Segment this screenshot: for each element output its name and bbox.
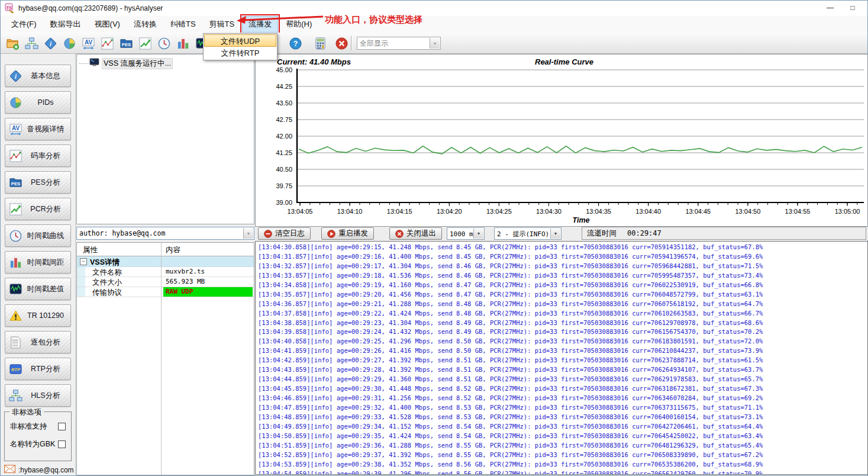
chevron-down-icon[interactable]: ▼ <box>473 229 483 239</box>
sidebar-item-7[interactable]: 时间戳曲线 <box>5 224 71 247</box>
svg-text:13:04:45: 13:04:45 <box>685 208 711 215</box>
network-button[interactable] <box>23 36 40 52</box>
controls-row: 清空日志重启播发关闭退出 1000 ms ▼ 2 - 提示(INFO) ▼ 流逝… <box>255 227 868 240</box>
sidebar-item-12[interactable]: RTPRTP分析 <box>5 358 71 380</box>
sidebar-item-8[interactable]: 时间戳间距 <box>5 251 71 274</box>
svg-text:45.00: 45.00 <box>276 66 292 73</box>
checkbox[interactable] <box>58 423 66 430</box>
sidebar-item-3[interactable]: AV音视频详情 <box>5 118 71 140</box>
control-button-2[interactable]: 重启播发 <box>321 227 374 240</box>
oscilloscope-icon <box>8 282 23 296</box>
exit-button[interactable] <box>333 36 350 52</box>
log-lines: [13:04:30.858][info] age=00:29:15, 41.24… <box>256 242 867 475</box>
chevron-down-icon[interactable]: ▼ <box>243 228 253 239</box>
log-level-combo[interactable]: 2 - 提示(INFO) ▼ <box>494 227 562 240</box>
line-chart-button[interactable] <box>137 36 153 52</box>
sidebar-item-10[interactable]: TR 101290 <box>5 304 71 327</box>
pie-chart-button[interactable] <box>61 36 78 52</box>
log-line: [13:04:45.859][info] age=00:29:30, 41.44… <box>258 385 867 394</box>
sidebar-item-5[interactable]: PESPES分析 <box>5 171 71 194</box>
filter-combo[interactable]: 全部显示 ▼ <box>357 37 441 50</box>
checkbox[interactable] <box>58 440 66 448</box>
stream-menu-item-1[interactable]: 文件转UDP <box>204 34 276 47</box>
email-row: :hybase@qq.com <box>4 465 74 475</box>
help-button[interactable]: ? <box>287 36 304 52</box>
scatter-chart-button[interactable] <box>99 36 115 52</box>
chevron-down-icon[interactable]: ▼ <box>430 38 440 49</box>
interval-combo[interactable]: 1000 ms ▼ <box>447 227 485 240</box>
log-line: [13:04:36.857][info] age=00:29:21, 41.28… <box>258 300 867 310</box>
sidebar-item-6[interactable]: PCR分析 <box>5 198 71 220</box>
tree-item-vss[interactable]: VSS 流服务运行中... <box>79 58 173 69</box>
sidebar-item-9[interactable]: 时间戳差值 <box>5 278 71 300</box>
log-line: [13:04:35.857][info] age=00:29:20, 41.45… <box>258 291 867 300</box>
svg-text:13:04:20: 13:04:20 <box>437 208 462 215</box>
rtp-icon: RTP <box>8 362 23 376</box>
svg-text:TS: TS <box>6 5 12 11</box>
sidebar-item-11[interactable]: 010111001011逐包分析 <box>5 331 71 353</box>
menu-item-2[interactable]: 数据导出 <box>44 16 87 33</box>
sidebar-item-1[interactable]: i基本信息 <box>5 65 71 87</box>
props-rows: 文件名称muxvbr2.ts文件大小565.923 MB传输协议RAW UDP <box>77 267 254 297</box>
property-row-3[interactable]: 传输协议RAW UDP <box>77 287 254 297</box>
clock-button[interactable] <box>156 36 172 52</box>
sidebar-item-2[interactable]: PIDs <box>5 91 71 114</box>
maximize-button[interactable]: □ <box>843 1 863 15</box>
open-folder-button[interactable] <box>4 36 21 52</box>
line-chart-icon <box>8 202 23 216</box>
properties-header-value: 内容 <box>166 245 180 255</box>
annotation-text: 功能入口，协议类型选择 <box>325 14 422 25</box>
log-line: [13:04:47.859][info] age=00:29:32, 41.40… <box>258 404 867 413</box>
menu-item-3[interactable]: 视图(V) <box>89 16 126 33</box>
menu-item-6[interactable]: 剪辑TS <box>204 16 241 33</box>
chevron-down-icon[interactable]: ▼ <box>550 229 560 239</box>
email-icon <box>4 465 15 475</box>
av-button[interactable]: AV <box>80 36 96 52</box>
pes-button[interactable]: PES <box>118 36 134 52</box>
property-row-2[interactable]: 文件大小565.923 MB <box>77 277 254 287</box>
property-name: 传输协议 <box>92 288 122 298</box>
sidebar-item-4[interactable]: 码率分析 <box>5 144 71 167</box>
log-line: [13:04:51.859][info] age=00:29:36, 41.28… <box>258 442 867 451</box>
menu-item-5[interactable]: 纠错TS <box>164 16 202 33</box>
pes-icon: PES <box>8 176 23 189</box>
service-tree-panel: VSS 流服务运行中... <box>76 54 254 224</box>
properties-group-row[interactable]: − VSS详情 <box>77 256 254 267</box>
option-label: 非标准支持 <box>10 422 47 432</box>
author-combo[interactable]: author: hybase@qq.com ▼ <box>76 227 254 240</box>
info-diamond-button[interactable]: i <box>42 36 59 52</box>
stream-menu-item-2[interactable]: 文件转RTP <box>204 47 276 59</box>
svg-text:13:04:30: 13:04:30 <box>536 208 562 215</box>
sidebar-item-label: 基本信息 <box>23 71 68 81</box>
sidebar-item-label: PES分析 <box>23 178 68 188</box>
bar-chart-button[interactable] <box>175 36 191 52</box>
property-name: 文件名称 <box>92 268 122 278</box>
calculator-button[interactable] <box>312 36 328 52</box>
property-row-1[interactable]: 文件名称muxvbr2.ts <box>77 267 254 277</box>
svg-text:44.25: 44.25 <box>276 83 292 90</box>
play-circle-icon <box>327 230 335 238</box>
log-line: [13:04:43.859][info] age=00:29:28, 41.39… <box>258 366 867 375</box>
log-line: [13:04:33.857][info] age=00:29:18, 41.53… <box>258 272 867 281</box>
tree-connector <box>79 63 89 64</box>
log-line: [13:04:52.859][info] age=00:29:37, 41.39… <box>258 451 867 461</box>
toolbar: iAVPES 全部显示 ▼ ? <box>1 33 867 54</box>
minimize-button[interactable]: — <box>820 1 840 15</box>
log-line: [13:04:49.859][info] age=00:29:34, 41.15… <box>258 423 867 432</box>
sidebar-item-label: 音视频详情 <box>23 124 68 134</box>
control-button-1[interactable]: 清空日志 <box>258 227 311 240</box>
log-level-combo-value: 2 - 提示(INFO) <box>497 229 549 238</box>
log-line: [13:04:42.859][info] age=00:29:27, 41.39… <box>258 356 867 366</box>
log-line: [13:04:48.859][info] age=00:29:33, 41.52… <box>258 413 867 423</box>
sidebar-item-13[interactable]: HLS分析 <box>5 384 71 407</box>
collapse-icon[interactable]: − <box>80 258 87 265</box>
control-button-3[interactable]: 关闭退出 <box>389 227 442 240</box>
menu-item-4[interactable]: 流转换 <box>128 16 163 33</box>
option-row-2: 名称转为GBK <box>10 439 66 449</box>
svg-text:39.00: 39.00 <box>276 199 292 206</box>
sidebar-item-label: 码率分析 <box>23 151 68 161</box>
menu-item-1[interactable]: 文件(F) <box>5 16 43 33</box>
svg-text:13:04:40: 13:04:40 <box>635 208 661 215</box>
log-panel[interactable]: [13:04:30.858][info] age=00:29:15, 41.24… <box>255 241 868 475</box>
log-line: [13:04:30.858][info] age=00:29:15, 41.24… <box>258 243 867 253</box>
